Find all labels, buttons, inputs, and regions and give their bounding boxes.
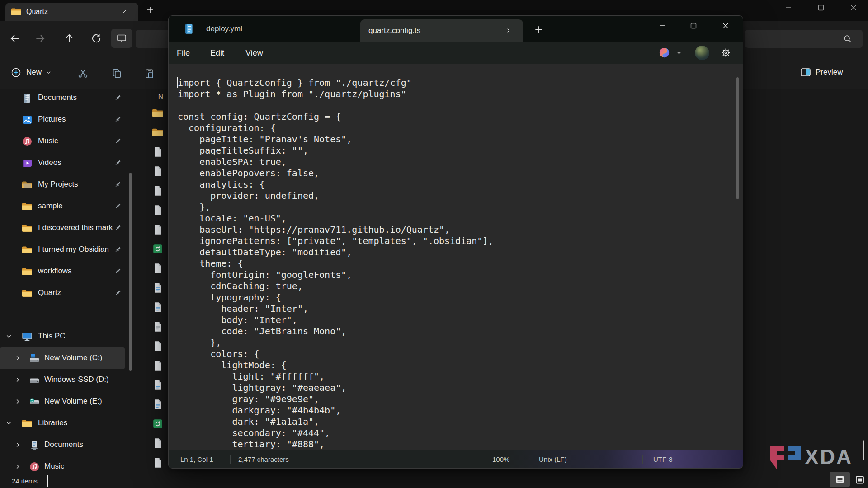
thumbnail-view-button[interactable] bbox=[853, 473, 867, 487]
sidebar-item-sample[interactable]: sample bbox=[0, 196, 136, 217]
name-column-header[interactable]: N bbox=[158, 92, 167, 100]
code-line: provider: undefined, bbox=[178, 190, 493, 202]
notepad-new-tab-icon[interactable] bbox=[534, 25, 544, 35]
copilot-icon[interactable] bbox=[659, 47, 670, 58]
sidebar-item-my-projects[interactable]: My Projects bbox=[0, 174, 136, 196]
menu-view[interactable]: View bbox=[245, 42, 263, 64]
new-button[interactable]: New bbox=[7, 62, 66, 82]
address-location-button[interactable] bbox=[111, 29, 132, 48]
chevron-down-icon[interactable] bbox=[5, 333, 12, 340]
sidebar-item-this-pc[interactable]: This PC bbox=[0, 326, 136, 347]
search-icon[interactable] bbox=[843, 34, 853, 44]
chevron-right-icon[interactable] bbox=[14, 441, 21, 448]
tab-deploy-yml[interactable]: deploy.yml bbox=[178, 16, 359, 42]
close-tab-icon[interactable] bbox=[121, 9, 127, 15]
explorer-tab-quartz[interactable]: Quartz bbox=[5, 3, 138, 21]
pin-icon[interactable] bbox=[114, 202, 122, 210]
copy-icon[interactable] bbox=[111, 68, 123, 79]
chevron-right-icon[interactable] bbox=[14, 355, 21, 361]
sidebar-item-libraries[interactable]: Libraries bbox=[0, 413, 136, 434]
explorer-new-tab-icon[interactable] bbox=[146, 5, 155, 14]
close-tab-icon[interactable] bbox=[506, 27, 513, 34]
file-icon[interactable] bbox=[152, 204, 164, 216]
pin-icon[interactable] bbox=[114, 267, 122, 275]
sidebar-item-quartz[interactable]: Quartz bbox=[0, 282, 136, 304]
explorer-minimize-button[interactable] bbox=[774, 0, 803, 15]
search-box[interactable] bbox=[745, 30, 863, 48]
sidebar-item-videos[interactable]: Videos bbox=[0, 152, 136, 174]
paste-icon[interactable] bbox=[144, 68, 155, 79]
menu-edit[interactable]: Edit bbox=[210, 42, 224, 64]
details-view-button[interactable] bbox=[830, 472, 850, 487]
sidebar-item-i-discovered-this-mark[interactable]: I discovered this mark bbox=[0, 217, 136, 239]
file-icon[interactable] bbox=[152, 146, 164, 158]
folder-icon[interactable] bbox=[152, 107, 164, 119]
sidebar-item-music[interactable]: Music bbox=[0, 456, 136, 478]
settings-gear-icon[interactable] bbox=[721, 47, 731, 58]
editor-scrollbar[interactable] bbox=[736, 77, 739, 199]
explorer-close-button[interactable] bbox=[839, 0, 868, 15]
avatar[interactable] bbox=[695, 46, 709, 60]
doc-icon[interactable] bbox=[152, 321, 164, 333]
chevron-down-icon bbox=[46, 70, 52, 75]
folder-icon bbox=[22, 266, 33, 277]
chevron-right-icon[interactable] bbox=[14, 463, 21, 470]
copilot-chevron-icon[interactable] bbox=[676, 50, 682, 56]
pin-icon[interactable] bbox=[114, 289, 122, 297]
main-scrollbar[interactable] bbox=[863, 440, 864, 460]
chevron-right-icon[interactable] bbox=[14, 376, 21, 383]
media-icon[interactable] bbox=[152, 379, 164, 391]
menu-file[interactable]: File bbox=[177, 42, 190, 64]
pin-icon[interactable] bbox=[114, 246, 122, 253]
line-ending[interactable]: Unix (LF) bbox=[539, 450, 567, 468]
sidebar-item-music[interactable]: Music bbox=[0, 131, 136, 152]
encoding[interactable]: UTF-8 bbox=[653, 450, 673, 468]
sidebar-item-new-volume-e-[interactable]: New Volume (E:) bbox=[0, 391, 136, 413]
pin-icon[interactable] bbox=[114, 137, 122, 145]
media-icon[interactable] bbox=[152, 301, 164, 313]
items-count: 24 items bbox=[12, 477, 38, 485]
file-icon[interactable] bbox=[152, 263, 164, 274]
folder-icon[interactable] bbox=[152, 127, 164, 138]
file-icon[interactable] bbox=[152, 457, 164, 469]
refresh-icon[interactable] bbox=[90, 33, 102, 44]
up-icon[interactable] bbox=[63, 33, 75, 44]
sidebar-item-documents[interactable]: Documents bbox=[0, 434, 136, 456]
file-icon[interactable] bbox=[152, 437, 164, 449]
file-icon[interactable] bbox=[152, 185, 164, 197]
preview-button[interactable]: Preview bbox=[800, 62, 843, 82]
sidebar-item-windows-ssd-d-[interactable]: Windows-SSD (D:) bbox=[0, 369, 136, 391]
file-icon[interactable] bbox=[152, 340, 164, 352]
code-line: const config: QuartzConfig = { bbox=[178, 111, 493, 122]
file-icon[interactable] bbox=[152, 165, 164, 177]
cut-icon[interactable] bbox=[77, 68, 89, 79]
sidebar-scrollbar[interactable] bbox=[129, 173, 132, 371]
back-icon[interactable] bbox=[9, 33, 21, 44]
yml-icon[interactable] bbox=[152, 418, 164, 430]
sidebar-item-i-turned-my-obsidian[interactable]: I turned my Obsidian bbox=[0, 239, 136, 261]
notepad-minimize-button[interactable] bbox=[652, 16, 673, 36]
pin-icon[interactable] bbox=[114, 94, 122, 102]
file-icon[interactable] bbox=[152, 360, 164, 371]
zoom-level[interactable]: 100% bbox=[492, 450, 509, 468]
pin-icon[interactable] bbox=[114, 159, 122, 167]
sidebar-item-new-volume-c-[interactable]: New Volume (C:) bbox=[0, 347, 125, 369]
pin-icon[interactable] bbox=[114, 224, 122, 232]
yml-icon[interactable] bbox=[152, 243, 164, 255]
sidebar-item-documents[interactable]: Documents bbox=[0, 87, 136, 109]
chevron-right-icon[interactable] bbox=[14, 398, 21, 405]
file-icon[interactable] bbox=[152, 224, 164, 235]
code-line: import * as Plugin from "./quartz/plugin… bbox=[178, 89, 493, 100]
chevron-down-icon[interactable] bbox=[5, 420, 12, 427]
media-icon[interactable] bbox=[152, 399, 164, 410]
media-icon[interactable] bbox=[152, 282, 164, 294]
explorer-maximize-button[interactable] bbox=[807, 0, 835, 15]
pin-icon[interactable] bbox=[114, 181, 122, 188]
tab-quartz-config-ts[interactable]: quartz.config.ts bbox=[360, 19, 523, 42]
sidebar-item-workflows[interactable]: workflows bbox=[0, 261, 136, 282]
pin-icon[interactable] bbox=[114, 116, 122, 123]
sidebar-item-pictures[interactable]: Pictures bbox=[0, 109, 136, 131]
code-editor[interactable]: import { QuartzConfig } from "./quartz/c… bbox=[169, 64, 743, 450]
notepad-maximize-button[interactable] bbox=[683, 16, 704, 36]
notepad-close-button[interactable] bbox=[715, 16, 736, 36]
